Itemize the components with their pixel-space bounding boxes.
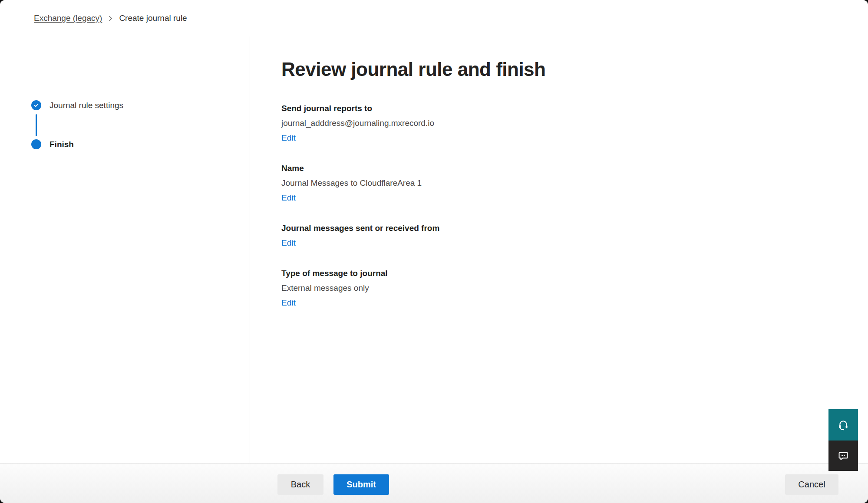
- chat-icon: [837, 450, 849, 462]
- submit-button[interactable]: Submit: [333, 474, 389, 495]
- review-panel: Review journal rule and finish Send jour…: [250, 36, 868, 463]
- help-button[interactable]: [828, 409, 858, 441]
- edit-link[interactable]: Edit: [281, 131, 296, 145]
- section-value: External messages only: [281, 281, 868, 296]
- section-value: Journal Messages to CloudflareArea 1: [281, 176, 868, 191]
- section-label: Type of message to journal: [281, 266, 868, 281]
- app-window: Exchange (legacy) Create journal rule Jo…: [0, 0, 868, 503]
- section-value: journal_adddress@journaling.mxrecord.io: [281, 116, 868, 131]
- section-label: Name: [281, 161, 868, 176]
- wizard-steps-sidebar: Journal rule settings Finish: [0, 36, 250, 463]
- step-connector-line: [36, 114, 37, 136]
- wizard-step-label: Finish: [50, 140, 74, 149]
- wizard-step-finish[interactable]: Finish: [31, 139, 74, 149]
- wizard-footer: Back Submit Cancel: [0, 463, 868, 503]
- headset-icon: [837, 419, 849, 431]
- section-send-journal-reports-to: Send journal reports to journal_adddress…: [281, 101, 868, 145]
- page-title: Review journal rule and finish: [281, 58, 868, 81]
- current-step-dot-icon: [31, 139, 41, 149]
- wizard-step-label: Journal rule settings: [50, 101, 123, 110]
- completed-step-check-icon: [31, 100, 41, 110]
- breadcrumb-current-page: Create journal rule: [119, 13, 187, 23]
- edit-link[interactable]: Edit: [281, 296, 296, 310]
- back-button[interactable]: Back: [277, 474, 323, 495]
- wizard-step-journal-rule-settings[interactable]: Journal rule settings: [31, 100, 123, 110]
- edit-link[interactable]: Edit: [281, 236, 296, 250]
- section-type-of-message-to-journal: Type of message to journal External mess…: [281, 266, 868, 310]
- section-name: Name Journal Messages to CloudflareArea …: [281, 161, 868, 205]
- page-header: Exchange (legacy) Create journal rule: [0, 0, 868, 37]
- chevron-right-icon: [107, 15, 114, 22]
- breadcrumb: Exchange (legacy) Create journal rule: [34, 13, 187, 23]
- feedback-button[interactable]: [828, 441, 858, 471]
- breadcrumb-link-exchange-legacy[interactable]: Exchange (legacy): [34, 13, 102, 23]
- edit-link[interactable]: Edit: [281, 191, 296, 205]
- cancel-button[interactable]: Cancel: [785, 474, 838, 495]
- section-label: Send journal reports to: [281, 101, 868, 116]
- review-sections: Send journal reports to journal_adddress…: [281, 101, 868, 310]
- section-journal-messages-sent-or-received-from: Journal messages sent or received from E…: [281, 221, 868, 250]
- section-label: Journal messages sent or received from: [281, 221, 868, 236]
